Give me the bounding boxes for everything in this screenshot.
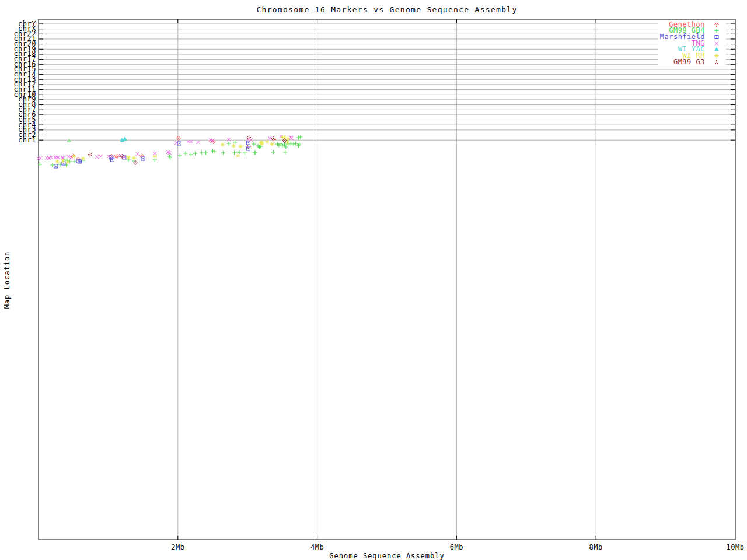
data-point-wi-rh	[282, 135, 287, 140]
x-tick-label-8Mb: 8Mb	[589, 543, 603, 551]
data-point-gm99-gb4	[67, 139, 71, 144]
diamond-dot-icon	[715, 60, 719, 64]
data-point-wi-rh	[55, 159, 60, 164]
data-point-tng	[136, 152, 139, 156]
data-point-marshfield	[111, 158, 114, 162]
x-axis-title: Genome Sequence Assembly	[329, 552, 444, 560]
plot-border	[39, 19, 735, 540]
data-point-tng	[289, 135, 292, 139]
cross-icon	[715, 41, 718, 45]
y-axis-title: Map Location	[3, 251, 11, 309]
triangle-icon	[714, 47, 719, 51]
cross-legend-icon	[713, 40, 720, 47]
data-point-tng	[55, 155, 58, 159]
x-tick-label-2Mb: 2Mb	[171, 543, 184, 551]
square-dot-icon	[715, 35, 718, 38]
data-point-wi-rh	[270, 142, 274, 146]
data-point-wi-rh	[238, 144, 243, 149]
data-point-gm99-gb4	[200, 151, 204, 155]
data-point-gm99-gb4	[298, 135, 302, 139]
data-point-gm99-gb4	[50, 163, 54, 167]
data-point-tng	[189, 140, 193, 144]
data-point-wi-rh	[220, 142, 225, 147]
data-point-tng	[99, 155, 102, 158]
data-point-gm99-gb4	[189, 153, 193, 157]
chart-canvas: Chromosome 16 Markers vs Genome Sequence…	[0, 0, 747, 560]
data-point-gm99-gb4	[296, 144, 301, 148]
legend-item-wi-rh: WI RH	[0, 52, 747, 59]
data-point-wi-rh	[126, 155, 131, 160]
data-point-tng	[227, 138, 231, 141]
data-point-genethon	[247, 145, 251, 149]
x-tick-label-10Mb: 10Mb	[727, 543, 745, 551]
legend-label: GM99 G3	[673, 59, 705, 65]
data-point-tng	[167, 151, 171, 155]
data-point-wi-rh	[132, 156, 137, 160]
legend-item-gm99-gb4: GM99 GB4	[0, 27, 747, 34]
data-point-tng	[268, 136, 271, 140]
legend-item-marshfield: Marshfield	[0, 34, 747, 40]
plus-icon	[715, 29, 719, 33]
diamond-dot-legend-icon	[713, 59, 720, 65]
data-point-gm99-gb4	[296, 136, 301, 140]
asterisk-legend-icon	[713, 52, 720, 59]
data-point-gm99-gb4	[178, 154, 182, 158]
data-point-tng	[289, 136, 293, 140]
data-point-gm99-gb4	[297, 142, 301, 146]
data-point-gm99-g3	[88, 153, 92, 157]
legend-item-genethon: Genethon	[0, 22, 747, 28]
diamond-dot-icon	[715, 23, 719, 27]
legend-item-gm99-g3: GM99 G3	[0, 59, 747, 65]
data-point-gm99-gb4	[243, 151, 247, 155]
data-point-gm99-gb4	[204, 151, 208, 155]
data-point-gm99-gb4	[232, 151, 236, 155]
data-point-gm99-gb4	[183, 152, 187, 156]
legend-item-tng: TNG	[0, 40, 747, 47]
plot-area	[0, 0, 747, 560]
data-point-genethon	[272, 138, 276, 142]
square-dot-legend-icon	[713, 34, 720, 40]
data-point-gm99-gb4	[253, 151, 257, 155]
triangle-legend-icon	[713, 46, 720, 52]
data-point-gm99-gb4	[294, 142, 298, 146]
data-point-tng	[196, 141, 200, 144]
data-point-gm99-gb4	[283, 150, 287, 155]
data-point-tng	[56, 156, 60, 159]
data-point-gm99-gb4	[193, 152, 197, 156]
legend-item-wi-yac: WI YAC	[0, 46, 747, 52]
asterisk-icon	[714, 54, 719, 58]
data-point-gm99-gb4	[221, 151, 225, 155]
x-tick-label-6Mb: 6Mb	[450, 543, 463, 551]
data-point-marshfield	[54, 164, 58, 168]
data-point-gm99-gb4	[226, 142, 231, 146]
data-point-gm99-gb4	[292, 142, 296, 146]
y-tick-label-chr1: chr1	[0, 137, 36, 144]
data-point-genethon	[176, 136, 180, 141]
data-point-tng	[166, 150, 170, 154]
data-point-gm99-gb4	[252, 142, 256, 146]
data-point-gm99-gb4	[73, 160, 77, 164]
data-point-wi-yac	[123, 136, 127, 141]
plus-legend-icon	[713, 27, 720, 34]
x-tick-label-4Mb: 4Mb	[310, 543, 324, 551]
data-point-tng	[107, 155, 111, 158]
data-point-gm99-gb4	[271, 150, 275, 155]
diamond-dot-legend-icon	[713, 22, 720, 28]
data-point-genethon	[210, 139, 214, 144]
data-point-tng	[95, 155, 99, 159]
